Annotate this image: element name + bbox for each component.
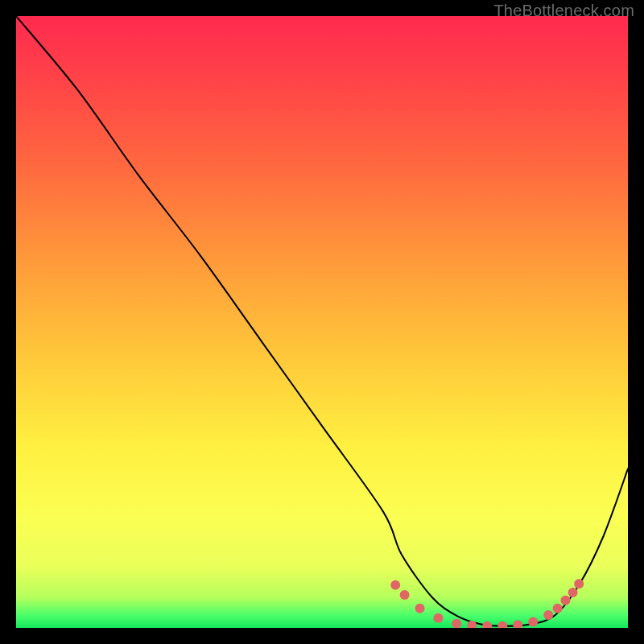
curve-marker (543, 610, 553, 620)
chart-svg (16, 16, 628, 628)
curve-marker (560, 596, 570, 605)
curve-markers (390, 579, 584, 628)
curve-marker (433, 613, 443, 623)
curve-marker (497, 621, 507, 628)
curve-marker (400, 590, 410, 600)
curve-marker (482, 621, 492, 628)
curve-marker (553, 604, 563, 613)
curve-marker (528, 617, 538, 626)
curve-marker (390, 580, 400, 590)
plot-area (16, 16, 628, 628)
curve-marker (574, 579, 584, 588)
curve-marker (467, 621, 477, 628)
curve-marker (513, 620, 522, 628)
curve-marker (415, 604, 425, 613)
watermark-text: TheBottleneck.com (493, 2, 634, 20)
curve-line (16, 16, 628, 626)
curve-marker (452, 619, 461, 628)
chart-frame: TheBottleneck.com (0, 0, 644, 644)
curve-marker (568, 588, 578, 597)
